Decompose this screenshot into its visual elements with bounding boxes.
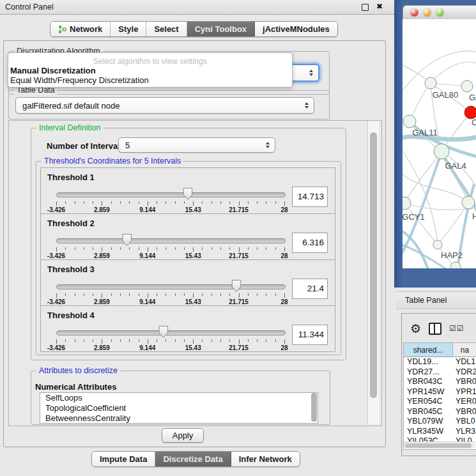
bottom-tabs: Impute DataDiscretize DataInfer Network <box>91 451 300 467</box>
tick-mark <box>248 201 249 204</box>
table-cell[interactable]: YDR2 <box>453 367 476 378</box>
table-cell[interactable]: YER0 <box>453 397 476 407</box>
table-header-cell[interactable]: shared... <box>404 343 453 357</box>
attributes-scrollbar-thumb[interactable] <box>311 393 317 422</box>
slider-thumb[interactable] <box>122 234 132 246</box>
network-canvas[interactable]: GAL80GACGAL11GAL4GCY1HHAP2 <box>403 19 476 268</box>
network-node[interactable] <box>462 196 475 209</box>
gear-icon[interactable]: ⚙ <box>410 323 421 335</box>
tab-style[interactable]: Style <box>111 22 146 36</box>
table-row[interactable]: YDL19...YDL1 <box>404 357 476 367</box>
network-node[interactable] <box>461 81 473 92</box>
minimize-light[interactable] <box>423 8 431 17</box>
threshold-value-field[interactable]: 11.344 <box>292 325 328 345</box>
vertical-scrollbar[interactable] <box>367 121 379 424</box>
num-intervals-combo[interactable]: 5 <box>118 137 275 153</box>
tab-discretize-data[interactable]: Discretize Data <box>155 452 231 466</box>
slider-thumb[interactable] <box>183 188 192 200</box>
network-graph: GAL80GACGAL11GAL4GCY1HHAP2 <box>403 19 476 268</box>
network-node[interactable] <box>425 77 436 89</box>
slider-track[interactable] <box>56 192 286 197</box>
tick-mark <box>93 201 93 204</box>
hscrollbar-thumb[interactable] <box>405 443 472 448</box>
slider-track[interactable] <box>56 330 286 335</box>
popup-item-equal-width-frequency[interactable]: Equal Width/Frequency Discretization <box>8 75 292 85</box>
attribute-item[interactable]: TopologicalCoefficient <box>40 403 318 413</box>
tab-select[interactable]: Select <box>146 22 187 36</box>
table-cell[interactable]: YBL0 <box>453 417 476 427</box>
threshold-value-field[interactable]: 6.316 <box>292 233 328 253</box>
table-cell[interactable]: YER054C <box>404 397 453 407</box>
checkbox-icons[interactable]: ☑☑ <box>449 324 464 333</box>
tick-mark <box>193 339 194 344</box>
table-cell[interactable]: YPR145W <box>404 387 453 397</box>
network-node[interactable] <box>464 106 476 119</box>
scrollbar-thumb[interactable] <box>370 132 377 398</box>
network-node[interactable] <box>433 240 442 249</box>
table-cell[interactable]: YLR3 <box>453 427 476 437</box>
table-cell[interactable]: YLR345W <box>404 427 453 437</box>
numerical-attributes-list[interactable]: SelfLoopsTopologicalCoefficientBetweenne… <box>40 392 318 424</box>
table-row[interactable]: YPR145WYPR1 <box>404 387 476 397</box>
table-cell[interactable]: YBR0 <box>453 377 476 387</box>
attribute-item[interactable]: SelfLoops <box>40 393 318 403</box>
network-node-label: GAL11 <box>412 128 438 137</box>
tab-infer-network[interactable]: Infer Network <box>231 452 300 466</box>
table-row[interactable]: YLR345WYLR3 <box>404 427 476 437</box>
table-cell[interactable]: YDR27... <box>404 367 453 378</box>
tick-label: 15.43 <box>185 298 201 305</box>
columns-icon[interactable] <box>429 323 441 335</box>
horizontal-scrollbar[interactable] <box>404 441 475 449</box>
table-cell[interactable]: YBR0 <box>453 407 476 417</box>
tab-network[interactable]: Network <box>50 22 111 36</box>
table-cell[interactable]: YBL079W <box>404 417 453 427</box>
tick-mark <box>220 247 221 250</box>
tick-mark <box>175 293 176 296</box>
tick-mark <box>239 293 240 298</box>
table-data-combo[interactable]: galFiltered.sif default node <box>15 97 314 114</box>
network-node-label: GCY1 <box>403 212 425 222</box>
slider-track[interactable] <box>56 284 286 289</box>
network-edge <box>431 62 476 83</box>
apply-button[interactable]: Apply <box>162 428 204 443</box>
network-window-titlebar[interactable] <box>403 5 476 20</box>
attribute-item[interactable]: BetweennessCentrality <box>40 413 318 424</box>
network-node[interactable] <box>403 197 411 210</box>
table-header-cell[interactable]: na <box>453 343 476 357</box>
tab-impute-data[interactable]: Impute Data <box>92 452 155 466</box>
threshold-slider[interactable]: -3.4262.8599.14415.4321.71528 <box>41 260 290 307</box>
table-row[interactable]: YBL079WYBL0 <box>404 417 476 427</box>
tick-mark <box>75 293 75 296</box>
close-icon[interactable]: ✖ <box>376 2 383 11</box>
table-cell[interactable]: YDL19... <box>404 357 453 367</box>
network-node[interactable] <box>403 115 416 128</box>
tick-mark <box>157 247 157 250</box>
network-node-label: GA <box>469 93 476 102</box>
tab-cyni-toolbox[interactable]: Cyni Toolbox <box>187 22 255 36</box>
popup-item-manual-discretization[interactable]: Manual Discretization <box>8 66 292 75</box>
tick-label: 21.715 <box>229 252 249 259</box>
table-cell[interactable]: YPR1 <box>453 387 476 397</box>
network-node[interactable] <box>434 144 449 159</box>
threshold-value-field[interactable]: 14.713 <box>292 187 328 207</box>
slider-thumb[interactable] <box>158 326 168 338</box>
tick-label: 28 <box>280 206 288 213</box>
threshold-slider[interactable]: -3.4262.8599.14415.4321.71528 <box>41 168 290 215</box>
table-row[interactable]: YDR27...YDR2 <box>404 367 476 378</box>
zoom-light[interactable] <box>436 8 444 17</box>
table-cell[interactable]: YDL1 <box>453 357 476 367</box>
close-light[interactable] <box>410 8 418 17</box>
threshold-value-field[interactable]: 21.4 <box>292 279 328 299</box>
table-row[interactable]: YBR045CYBR0 <box>404 407 476 417</box>
tick-mark <box>184 293 185 296</box>
threshold-slider[interactable]: -3.4262.8599.14415.4321.71528 <box>41 306 290 353</box>
table-row[interactable]: YBR043CYBR0 <box>404 377 476 387</box>
table-cell[interactable]: YBR045C <box>404 407 453 417</box>
float-window-icon[interactable] <box>362 4 369 11</box>
tab-jactivemnodules[interactable]: jActiveMNodules <box>255 22 337 36</box>
table-row[interactable]: YER054CYER0 <box>404 397 476 407</box>
slider-track[interactable] <box>56 238 286 243</box>
slider-thumb[interactable] <box>232 280 242 292</box>
threshold-slider[interactable]: -3.4262.8599.14415.4321.71528 <box>41 214 290 261</box>
table-cell[interactable]: YBR043C <box>404 377 453 387</box>
